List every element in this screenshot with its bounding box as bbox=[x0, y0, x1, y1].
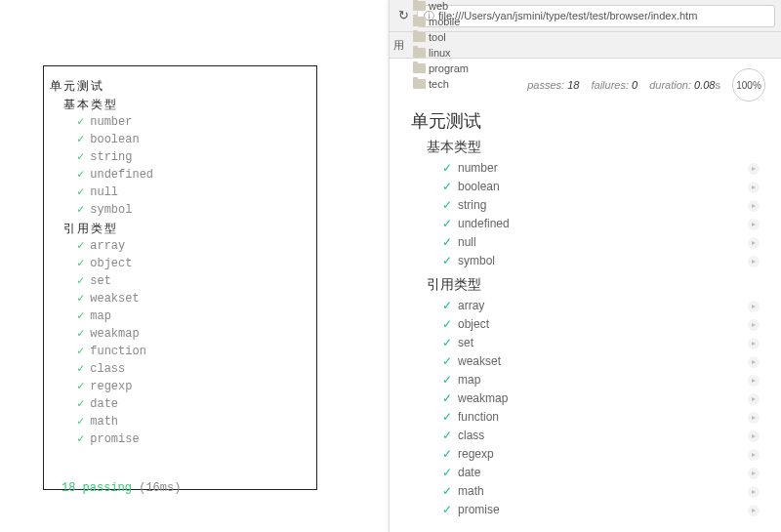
test-label: weakmap bbox=[458, 389, 508, 408]
check-icon: ✓ bbox=[442, 501, 452, 519]
mocha-test-item[interactable]: ✓map▸ bbox=[442, 371, 765, 389]
check-icon: ✓ bbox=[442, 233, 452, 252]
check-icon: ✓ bbox=[442, 408, 452, 427]
mocha-test-item[interactable]: ✓function▸ bbox=[442, 408, 765, 427]
bookmark-folder[interactable]: program bbox=[408, 61, 473, 76]
check-icon: ✓ bbox=[77, 272, 84, 290]
mocha-test-item[interactable]: ✓regexp▸ bbox=[442, 445, 765, 464]
replay-icon[interactable]: ▸ bbox=[748, 505, 760, 516]
mocha-group-title[interactable]: 基本类型 bbox=[427, 139, 765, 156]
check-icon: ✓ bbox=[77, 360, 84, 378]
bookmarks-bar: 用 webmobiletoollinuxprogramtech bbox=[390, 32, 781, 59]
mocha-report: passes: 18 failures: 0 duration: 0.08s 1… bbox=[390, 59, 781, 532]
mocha-test-item[interactable]: ✓array▸ bbox=[442, 297, 765, 315]
check-icon: ✓ bbox=[442, 482, 452, 501]
replay-icon[interactable]: ▸ bbox=[748, 319, 760, 331]
terminal-pass-count: 18 passing bbox=[62, 481, 132, 495]
test-label: date bbox=[458, 464, 480, 482]
terminal-test-item: ✓number bbox=[77, 113, 316, 131]
mocha-test-item[interactable]: ✓weakset▸ bbox=[442, 352, 765, 371]
test-label: object bbox=[458, 315, 489, 334]
terminal-test-item: ✓regexp bbox=[77, 378, 316, 395]
stats-duration-unit: s bbox=[716, 79, 721, 91]
mocha-test-item[interactable]: ✓string▸ bbox=[442, 196, 765, 215]
terminal-test-item: ✓object bbox=[77, 255, 316, 272]
folder-icon bbox=[413, 17, 426, 26]
folder-icon bbox=[413, 79, 426, 89]
bookmark-label: tool bbox=[429, 31, 446, 43]
check-icon: ✓ bbox=[77, 290, 84, 307]
mocha-test-item[interactable]: ✓object▸ bbox=[442, 315, 765, 334]
stats-failures-label: failures: bbox=[591, 79, 629, 91]
replay-icon[interactable]: ▸ bbox=[748, 393, 760, 405]
check-icon: ✓ bbox=[77, 237, 84, 255]
mocha-test-item[interactable]: ✓symbol▸ bbox=[442, 252, 765, 270]
folder-icon bbox=[413, 32, 426, 42]
check-icon: ✓ bbox=[77, 131, 84, 148]
bookmark-folder[interactable]: tool bbox=[408, 29, 473, 45]
mocha-test-item[interactable]: ✓number▸ bbox=[442, 159, 765, 178]
mocha-test-item[interactable]: ✓class▸ bbox=[442, 427, 765, 445]
terminal-test-item: ✓class bbox=[77, 360, 316, 378]
replay-icon[interactable]: ▸ bbox=[748, 412, 760, 424]
bookmark-label: linux bbox=[429, 47, 451, 59]
test-label: regexp bbox=[458, 445, 494, 464]
mocha-test-item[interactable]: ✓boolean▸ bbox=[442, 178, 765, 196]
bookmarks-prefix[interactable]: 用 bbox=[393, 38, 404, 53]
mocha-test-item[interactable]: ✓null▸ bbox=[442, 233, 765, 252]
test-label: boolean bbox=[458, 178, 500, 196]
mocha-test-item[interactable]: ✓set▸ bbox=[442, 334, 765, 352]
terminal-test-item: ✓boolean bbox=[77, 131, 316, 148]
check-icon: ✓ bbox=[77, 148, 84, 166]
replay-icon[interactable]: ▸ bbox=[748, 338, 760, 349]
replay-icon[interactable]: ▸ bbox=[748, 375, 760, 387]
terminal-test-item: ✓symbol bbox=[77, 201, 316, 219]
replay-icon[interactable]: ▸ bbox=[748, 356, 760, 368]
progress-pct: 100% bbox=[736, 80, 761, 91]
check-icon: ✓ bbox=[442, 178, 452, 196]
check-icon: ✓ bbox=[77, 325, 84, 343]
replay-icon[interactable]: ▸ bbox=[748, 219, 760, 230]
replay-icon[interactable]: ▸ bbox=[748, 182, 760, 193]
bookmark-folder[interactable]: web bbox=[408, 0, 473, 14]
bookmark-folder[interactable]: linux bbox=[408, 45, 473, 61]
replay-icon[interactable]: ▸ bbox=[748, 486, 760, 498]
replay-icon[interactable]: ▸ bbox=[748, 468, 760, 479]
browser-window: ↻ ⓘ file:///Users/yan/jsmini/type/test/t… bbox=[389, 0, 781, 532]
replay-icon[interactable]: ▸ bbox=[748, 256, 760, 267]
replay-icon[interactable]: ▸ bbox=[748, 163, 760, 175]
mocha-test-item[interactable]: ✓promise▸ bbox=[442, 501, 765, 519]
terminal-groups: 基本类型✓number✓boolean✓string✓undefined✓nul… bbox=[50, 97, 316, 448]
bookmark-folder[interactable]: tech bbox=[408, 76, 473, 92]
test-label: null bbox=[458, 233, 476, 252]
stats-duration-label: duration: bbox=[649, 79, 691, 91]
test-label: class bbox=[458, 427, 484, 445]
replay-icon[interactable]: ▸ bbox=[748, 301, 760, 312]
replay-icon[interactable]: ▸ bbox=[748, 430, 760, 442]
check-icon: ✓ bbox=[77, 395, 84, 413]
mocha-suite-root[interactable]: 单元测试 bbox=[411, 109, 765, 133]
check-icon: ✓ bbox=[442, 215, 452, 233]
check-icon: ✓ bbox=[77, 201, 84, 219]
folder-icon bbox=[413, 48, 426, 58]
check-icon: ✓ bbox=[77, 413, 84, 430]
progress-ring: 100% bbox=[732, 68, 765, 102]
check-icon: ✓ bbox=[442, 159, 452, 178]
bookmark-folder[interactable]: mobile bbox=[408, 14, 473, 29]
mocha-test-item[interactable]: ✓weakmap▸ bbox=[442, 389, 765, 408]
check-icon: ✓ bbox=[77, 113, 84, 131]
mocha-group-title[interactable]: 引用类型 bbox=[427, 276, 765, 294]
terminal-test-item: ✓weakset bbox=[77, 290, 316, 307]
check-icon: ✓ bbox=[442, 445, 452, 464]
replay-icon[interactable]: ▸ bbox=[748, 449, 760, 461]
terminal-test-item: ✓undefined bbox=[77, 166, 316, 184]
mocha-test-item[interactable]: ✓undefined▸ bbox=[442, 215, 765, 233]
check-icon: ✓ bbox=[77, 343, 84, 360]
test-label: map bbox=[458, 371, 480, 389]
terminal-duration: (16ms) bbox=[139, 481, 181, 495]
replay-icon[interactable]: ▸ bbox=[748, 200, 760, 212]
mocha-test-item[interactable]: ✓date▸ bbox=[442, 464, 765, 482]
stats-failures: 0 bbox=[632, 79, 637, 91]
mocha-test-item[interactable]: ✓math▸ bbox=[442, 482, 765, 501]
replay-icon[interactable]: ▸ bbox=[748, 237, 760, 249]
